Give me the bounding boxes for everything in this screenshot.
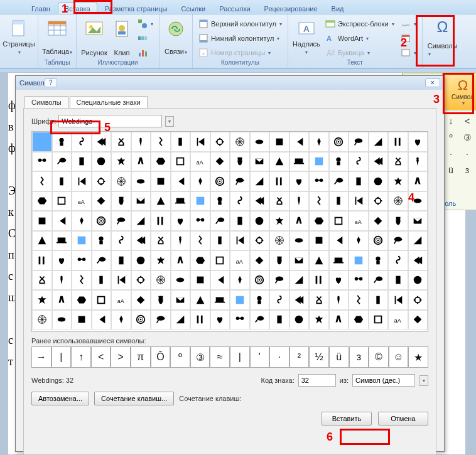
quick-symbol-cell[interactable]: · <box>444 147 458 161</box>
tab-links[interactable]: Ссылки <box>175 3 212 14</box>
recent-symbol-cell[interactable]: < <box>91 346 111 368</box>
symbol-cell[interactable] <box>32 132 52 152</box>
symbol-cell[interactable] <box>349 290 369 310</box>
symbol-cell[interactable] <box>388 171 408 191</box>
code-input[interactable] <box>298 374 336 387</box>
symbol-cell[interactable] <box>408 171 428 191</box>
symbol-cell[interactable] <box>369 191 389 211</box>
symbol-cell[interactable] <box>230 132 250 152</box>
recent-symbol-cell[interactable]: ' <box>250 346 270 368</box>
symbol-cell[interactable] <box>269 270 289 291</box>
symbol-cell[interactable] <box>289 310 310 330</box>
symbol-cell[interactable] <box>388 231 408 251</box>
symbol-cell[interactable] <box>72 171 92 191</box>
symbol-cell[interactable] <box>369 310 389 330</box>
symbol-cell[interactable] <box>72 250 92 270</box>
symbol-cell[interactable] <box>32 310 52 330</box>
symbol-cell[interactable] <box>369 290 389 310</box>
symbol-cell[interactable] <box>32 231 52 251</box>
symbol-cell[interactable] <box>210 310 230 330</box>
quick-symbol-cell[interactable]: ③ <box>460 131 474 144</box>
symbol-cell[interactable] <box>92 290 112 310</box>
autocorrect-button[interactable]: Автозамена... <box>31 392 89 405</box>
symbol-cell[interactable] <box>131 231 151 251</box>
symbol-cell[interactable] <box>111 152 131 172</box>
recent-symbol-cell[interactable]: π <box>131 346 151 368</box>
symbol-cell[interactable] <box>151 132 171 152</box>
symbol-cell[interactable] <box>52 250 72 270</box>
header-button[interactable]: Верхний колонтитул▾ <box>195 17 285 31</box>
symbol-cell[interactable] <box>269 152 289 172</box>
from-input[interactable] <box>352 374 415 387</box>
symbol-cell[interactable] <box>210 290 230 310</box>
symbol-cell[interactable] <box>289 290 310 310</box>
smartart-button[interactable] <box>134 31 156 45</box>
symbol-cell[interactable] <box>349 250 369 270</box>
symbol-cell[interactable] <box>230 270 250 291</box>
font-dropdown-icon[interactable]: ▾ <box>165 116 174 127</box>
symbol-cell[interactable] <box>92 310 112 330</box>
symbol-cell[interactable] <box>171 231 191 251</box>
symbol-cell[interactable] <box>309 231 329 251</box>
recent-symbol-cell[interactable]: ² <box>289 346 310 368</box>
symbol-cell[interactable] <box>289 191 310 211</box>
symbol-cell[interactable] <box>111 250 131 270</box>
help-button[interactable]: ? <box>45 78 57 87</box>
symbol-cell[interactable] <box>190 132 210 152</box>
insert-button[interactable]: Вставить <box>322 412 372 426</box>
symbol-cell[interactable] <box>72 211 92 231</box>
symbol-cell[interactable] <box>309 310 329 330</box>
symbol-cell[interactable] <box>269 250 289 270</box>
symbol-cell[interactable] <box>32 191 52 211</box>
pagenum-button[interactable]: #Номер страницы▾ <box>195 46 285 60</box>
symbol-cell[interactable] <box>250 290 270 310</box>
symbol-cell[interactable] <box>329 310 349 330</box>
symbol-cell[interactable] <box>151 191 171 211</box>
symbol-cell[interactable] <box>52 310 72 330</box>
symbol-cell[interactable] <box>230 290 250 310</box>
symbol-cell[interactable] <box>32 290 52 310</box>
symbol-cell[interactable] <box>408 231 428 251</box>
quick-symbol-cell[interactable] <box>444 179 458 193</box>
symbol-cell[interactable] <box>210 152 230 172</box>
symbol-cell[interactable] <box>210 191 230 211</box>
symbol-cell[interactable] <box>349 231 369 251</box>
symbol-cell[interactable] <box>131 191 151 211</box>
symbol-cell[interactable] <box>329 152 349 172</box>
symbol-cell[interactable]: aA <box>349 211 369 231</box>
symbol-cell[interactable] <box>52 290 72 310</box>
symbol-cell[interactable] <box>151 270 171 291</box>
symbol-cell[interactable] <box>309 211 329 231</box>
dlg-tab-special[interactable]: Специальные знаки <box>70 96 148 108</box>
symbol-cell[interactable] <box>92 132 112 152</box>
symbol-cell[interactable] <box>190 171 210 191</box>
symbol-cell[interactable] <box>171 171 191 191</box>
symbol-cell[interactable] <box>250 171 270 191</box>
symbol-cell[interactable] <box>32 270 52 291</box>
tab-mail[interactable]: Рассылки <box>213 3 256 14</box>
symbol-cell[interactable] <box>309 171 329 191</box>
symbol-cell[interactable] <box>408 270 428 291</box>
symbol-cell[interactable] <box>52 231 72 251</box>
symbol-cell[interactable] <box>52 270 72 291</box>
symbol-cell[interactable] <box>52 132 72 152</box>
symbol-cell[interactable] <box>269 132 289 152</box>
symbol-cell[interactable] <box>111 171 131 191</box>
symbol-cell[interactable] <box>269 191 289 211</box>
quick-symbol-cell[interactable]: ↓ <box>444 114 458 128</box>
symbol-cell[interactable] <box>190 211 210 231</box>
symbol-cell[interactable]: aA <box>190 152 210 172</box>
recent-symbol-cell[interactable]: ≈ <box>210 346 230 368</box>
symbol-cell[interactable] <box>250 270 270 291</box>
recent-symbol-cell[interactable]: ü <box>329 346 349 368</box>
symbol-cell[interactable] <box>32 211 52 231</box>
close-button[interactable]: ✕ <box>425 78 440 87</box>
symbol-cell[interactable] <box>349 270 369 291</box>
symbol-cell[interactable] <box>329 250 349 270</box>
symbol-cell[interactable] <box>309 250 329 270</box>
symbol-cell[interactable] <box>92 270 112 291</box>
symbol-cell[interactable] <box>388 211 408 231</box>
symbol-cell[interactable] <box>92 250 112 270</box>
symbol-cell[interactable] <box>369 132 389 152</box>
symbol-cell[interactable] <box>92 211 112 231</box>
